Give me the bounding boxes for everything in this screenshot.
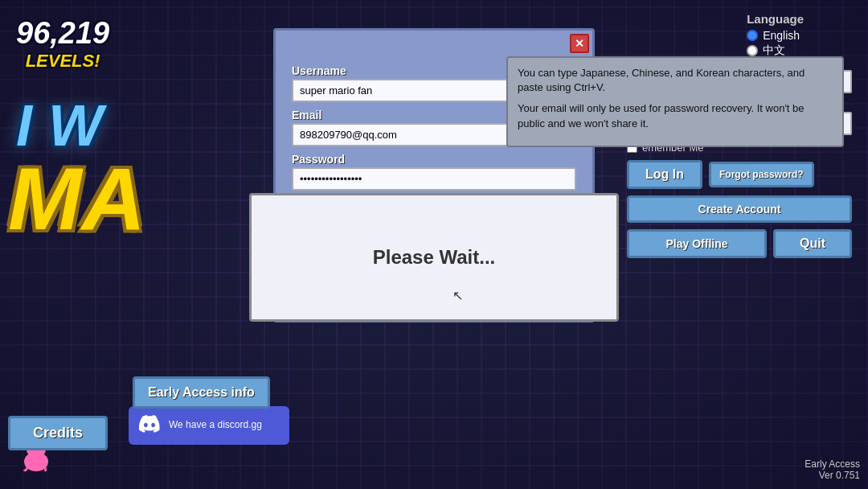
password-label: Password [292,153,576,166]
language-label: Language [747,12,804,26]
credits-button[interactable]: Credits [8,416,108,450]
password-input[interactable] [292,167,576,191]
forgot-password-button[interactable]: Forgot password? [709,162,814,187]
radio-english[interactable] [747,30,758,41]
discord-icon [138,413,161,438]
language-section: Language English 中文 [747,12,804,60]
language-english-text: English [763,29,800,42]
create-account-row-right: Create Account [627,195,852,223]
discord-text: We have a discord.gg [169,419,262,432]
create-account-button-right[interactable]: Create Account [627,195,852,223]
tooltip-box: You can type Japanese, Chinese, and Kore… [506,56,844,147]
level-counter: 96,219 LEVELS! [16,16,109,72]
game-title-line2: MA [0,154,273,243]
modal-close-button[interactable]: ✕ [570,34,589,53]
early-access-label: Early Access [805,458,860,470]
log-in-button[interactable]: Log In [627,160,702,189]
play-offline-button[interactable]: Play Offline [627,229,767,258]
version-text: Early Access Ver 0.751 [805,458,860,481]
game-title-line1: I W [0,97,273,154]
login-action-row: Log In Forgot password? [627,160,852,189]
tooltip-line2: Your email will only be used for passwor… [518,101,833,130]
level-label: LEVELS! [16,51,109,72]
early-access-button[interactable]: Early Access info [133,376,270,409]
version-label: Ver 0.751 [805,470,860,481]
radio-chinese[interactable] [747,45,758,56]
please-wait-text: Please Wait... [373,246,496,269]
cursor: ↖ [452,288,463,303]
early-access-btn-container: Early Access info [133,376,270,409]
language-option-english[interactable]: English [747,29,804,42]
please-wait-overlay: Please Wait... [249,193,619,322]
quit-button[interactable]: Quit [773,229,852,258]
discord-banner[interactable]: We have a discord.gg [129,406,289,445]
game-title-area: I W MA [0,97,273,362]
tooltip-line1: You can type Japanese, Chinese, and Kore… [518,66,833,95]
credits-btn-container: Credits [8,416,108,450]
play-offline-row: Play Offline Quit [627,229,852,258]
modal-header: ✕ [276,31,592,56]
level-number: 96,219 [16,16,109,51]
